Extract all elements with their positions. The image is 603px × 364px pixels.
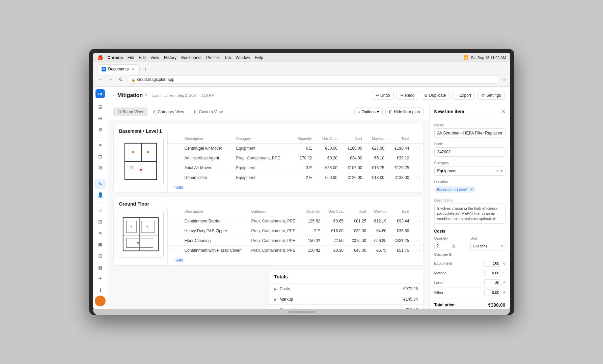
export-button[interactable]: ↑ Export — [452, 91, 475, 100]
category-clear-icon[interactable]: ✕ — [496, 169, 499, 173]
options-icon: ≡ — [358, 110, 360, 114]
tab-close-button[interactable]: ✕ — [131, 67, 135, 71]
title-edit-icon[interactable]: ✎ — [145, 93, 148, 98]
sidebar-item-edit[interactable]: ✎ — [95, 179, 106, 189]
row-more-icon[interactable]: ⋯ — [416, 175, 420, 180]
row-more-icon[interactable]: ⋯ — [416, 229, 420, 233]
sidebar-help-icon[interactable]: ℹ — [95, 285, 106, 296]
forward-button[interactable]: → — [107, 76, 115, 83]
row-category: Equipment — [232, 173, 292, 183]
sidebar-item-chart[interactable]: ≡ — [95, 228, 106, 238]
sidebar-item-list[interactable]: ☰ — [95, 102, 106, 112]
row-more-icon[interactable]: ⋯ — [416, 165, 420, 170]
menu-tab[interactable]: Tab — [224, 55, 231, 60]
menu-profiles[interactable]: Profiles — [206, 55, 220, 60]
row-markup: €27.00 — [365, 144, 388, 153]
row-drag-handle[interactable]: ⋮⋮ — [171, 147, 178, 150]
col-description-1: Description — [181, 134, 233, 144]
sidebar-item-settings[interactable]: ⚙ — [95, 125, 106, 135]
back-button[interactable]: ← — [97, 76, 105, 83]
duplicate-button[interactable]: ⧉ Duplicate — [421, 91, 449, 100]
ground-floor-add-row[interactable]: + Add — [168, 255, 423, 265]
options-chevron: ▾ — [377, 110, 379, 114]
apple-menu[interactable]: 🍎 — [97, 55, 103, 60]
options-button[interactable]: ≡ Options ▾ — [354, 108, 383, 116]
sidebar-item-user[interactable]: 👤 — [95, 190, 106, 200]
menu-view[interactable]: View — [150, 55, 159, 60]
sidebar-item-scan[interactable]: ▦ — [95, 262, 106, 272]
menu-bookmarks[interactable]: Bookmarks — [181, 55, 201, 60]
sidebar-item-map[interactable]: ⊞ — [95, 217, 106, 227]
row-more-icon[interactable]: ⋯ — [416, 219, 420, 223]
redo-button[interactable]: ↪ Redo — [396, 91, 418, 100]
sidebar-item-star[interactable]: ☆ — [95, 206, 106, 216]
row-markup: €4.80 — [369, 226, 390, 236]
browser-tab[interactable]: m Documents ✕ — [97, 64, 140, 73]
description-textarea[interactable]: Involves changing the high-efficiency pa… — [434, 204, 505, 224]
row-drag-handle[interactable]: ⋮⋮ — [171, 219, 178, 223]
row-more-icon[interactable]: ⋯ — [416, 156, 420, 160]
basement-table: Description Category Quantity Unit Cost … — [168, 134, 423, 182]
address-bar[interactable]: 🔒 cloud.magicplan.app — [127, 75, 499, 84]
row-total: €36.80 — [390, 226, 412, 236]
basement-add-row[interactable]: + Add — [168, 182, 423, 192]
sidebar-item-table[interactable]: ⊟ — [95, 152, 106, 162]
quantity-delete-icon[interactable]: 🗑 — [452, 244, 456, 248]
totals-wrapper: Totals ▶ Costs €972.25 ▶ Markup €145.84 … — [108, 270, 429, 309]
unit-select[interactable]: E (each) ▾ — [470, 242, 505, 250]
sidebar-item-rocket[interactable]: ✈ — [95, 274, 106, 284]
basement-floor-plan-image: → — [118, 138, 164, 185]
row-drag-handle[interactable]: ⋮⋮ — [171, 229, 178, 233]
ground-floor-plan-svg — [118, 211, 163, 257]
cost-per-label: Cost per E — [434, 252, 505, 256]
row-drag-handle[interactable]: ⋮⋮ — [171, 176, 178, 180]
cost-per-input[interactable] — [484, 289, 501, 296]
cost-per-input[interactable] — [484, 279, 501, 286]
tab-category-view[interactable]: ⊞ Category View — [149, 108, 189, 116]
sidebar-item-list2[interactable]: ≡ — [95, 140, 106, 150]
menu-help[interactable]: Help — [255, 55, 263, 60]
col-unitcost-2: Unit Cost — [324, 207, 347, 216]
tab-custom-view[interactable]: ⊡ Custom View — [190, 108, 227, 116]
row-more-icon[interactable]: ⋯ — [416, 248, 420, 253]
row-more-icon[interactable]: ⋯ — [416, 146, 420, 151]
category-select[interactable]: Equipment ✕ ▾ — [434, 166, 505, 176]
sidebar-item-gear[interactable]: ⚙ — [95, 163, 106, 173]
location-tag-remove[interactable]: ✕ — [470, 187, 473, 192]
row-drag-handle[interactable]: ⋮⋮ — [171, 239, 178, 243]
code-input[interactable] — [434, 147, 505, 157]
menu-history[interactable]: History — [164, 55, 176, 60]
view-tab-actions: ≡ Options ▾ ⊟ Hide floor plan — [354, 108, 424, 116]
sidebar-item-table2[interactable]: ⊟ — [95, 251, 106, 261]
page-back-button[interactable]: ‹ — [113, 93, 115, 98]
row-drag-handle[interactable]: ⋮⋮ — [171, 156, 178, 160]
menu-file[interactable]: File — [128, 55, 134, 60]
settings-button[interactable]: ⚙ Settings — [477, 91, 504, 100]
hide-floor-plan-button[interactable]: ⊟ Hide floor plan — [385, 108, 423, 116]
name-input[interactable] — [434, 128, 505, 138]
quantity-input[interactable] — [434, 242, 451, 250]
col-quantity-2: Quantity — [302, 207, 324, 216]
bookmark-button[interactable]: ☆ — [502, 77, 506, 82]
row-drag-handle[interactable]: ⋮⋮ — [171, 166, 178, 170]
row-markup: €6.75 — [369, 246, 390, 255]
row-total: €93.44 — [390, 216, 412, 226]
row-more-icon[interactable]: ⋯ — [416, 238, 420, 243]
tab-room-view[interactable]: ⊟ Room View — [113, 108, 147, 116]
cost-per-input[interactable] — [484, 270, 501, 276]
menu-edit[interactable]: Edit — [139, 55, 146, 60]
menu-window[interactable]: Window — [236, 55, 250, 60]
row-description: Centrifugal Air Mover — [181, 144, 233, 153]
new-tab-button[interactable]: + — [141, 65, 149, 73]
undo-button[interactable]: ↩ Undo — [372, 91, 394, 100]
sidebar-item-grid[interactable]: ⊞ — [95, 113, 106, 123]
menu-chrome[interactable]: Chrome — [108, 55, 123, 60]
sidebar-item-card[interactable]: ▣ — [95, 240, 106, 250]
sidebar-avatar[interactable] — [95, 296, 106, 306]
panel-close-button[interactable]: ✕ — [501, 108, 505, 115]
reload-button[interactable]: ↻ — [117, 76, 124, 83]
table-row: ⋮⋮ Axial Air Mover Equipment 3 E €35.00 … — [168, 163, 423, 173]
row-total: €138.00 — [388, 173, 412, 183]
cost-per-input[interactable] — [484, 260, 501, 267]
row-drag-handle[interactable]: ⋮⋮ — [171, 249, 178, 252]
